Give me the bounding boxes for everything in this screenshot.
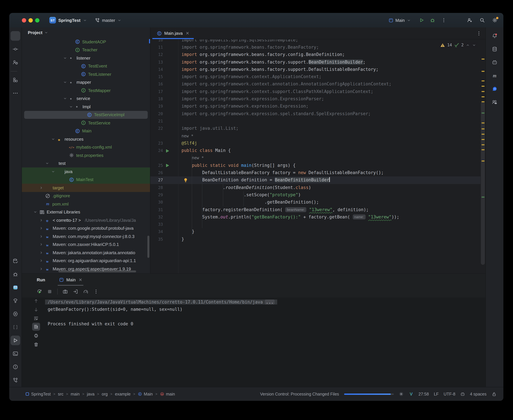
toolwindow-button-version-control[interactable] (11, 375, 20, 385)
jvm-command-line[interactable]: /Users/eve/Library/Java/JavaVirtualMachi… (45, 300, 277, 305)
toolwindow-button-run[interactable] (11, 336, 20, 345)
clear-button[interactable] (32, 341, 40, 349)
project-widget[interactable]: ST SpringTest (49, 13, 87, 28)
toolwindow-button-commit[interactable] (11, 44, 20, 54)
tree-item-gitignore[interactable]: .gitignore (22, 192, 150, 200)
warning-stripe-mark[interactable] (482, 101, 484, 102)
tree-item-test-properties[interactable]: test.properties (22, 151, 150, 159)
thread-dump-button[interactable] (63, 289, 68, 294)
tree-item-service[interactable]: M1.8 12.8V3.6h4.2l1.3 1.7h6.9v7.5zservic… (22, 95, 150, 103)
tree-item-test[interactable]: M1.8 12.8V3.6h4.2l1.3 1.7h6.9v7.5ztest (22, 159, 150, 167)
tree-item-mybatis-config-xml[interactable]: </>mybatis-config.xml (22, 143, 150, 151)
caret-position[interactable]: 27:58 (418, 392, 429, 396)
inlay-hint[interactable]: new * (182, 132, 193, 140)
profiler-button[interactable] (83, 289, 88, 294)
toolwindow-button-ai-assistant[interactable] (490, 58, 499, 67)
breadcrumb-main[interactable]: CMain (138, 392, 153, 396)
tree-item-testserviceimpl[interactable]: CTestServiceImpl (24, 111, 148, 119)
tree-item-main[interactable]: CMain (22, 127, 150, 135)
tree-item-maintest[interactable]: CMainTest (22, 176, 150, 184)
up-stacktrace-button[interactable] (32, 297, 40, 305)
attach-button[interactable] (73, 289, 78, 294)
tree-item-external-libraries[interactable]: External Libraries (22, 208, 150, 216)
toolwindow-button-code-with-me[interactable] (490, 97, 499, 107)
warning-stripe-mark[interactable] (482, 144, 484, 145)
warning-stripe-mark[interactable] (482, 91, 484, 92)
info-stripe-mark[interactable] (482, 112, 484, 113)
tree-item-maven-com-zaxxer-hikaricp-5-0-1[interactable]: M1.8 12.8V3.6h4.2l1.3 1.7h6.9v7.5zMaven:… (22, 240, 150, 248)
more-button[interactable] (93, 289, 99, 294)
warning-stripe-mark[interactable] (482, 139, 484, 140)
print-button[interactable] (32, 332, 40, 340)
inlay-hint[interactable]: new * (192, 154, 204, 162)
toolwindow-button-chat[interactable] (490, 84, 499, 94)
soft-wrap-button[interactable] (32, 315, 40, 322)
info-stripe-mark[interactable] (482, 197, 484, 197)
toolwindow-button-database-changes[interactable] (11, 256, 20, 266)
tree-item-testevent[interactable]: CTestEvent (22, 62, 150, 70)
breadcrumb-main[interactable]: main (71, 392, 80, 396)
toolwindow-button-plugin-mascot[interactable] (11, 283, 20, 292)
tree-item-maven-com-mysql-mysql-connector-j-8-0-3[interactable]: M1.8 12.8V3.6h4.2l1.3 1.7h6.9v7.5zMaven:… (22, 232, 150, 240)
code-editor[interactable]: 10import org.mybatis.spring.SqlSessionTe… (150, 39, 485, 274)
breadcrumb-java[interactable]: java (87, 392, 95, 396)
breadcrumb-springtest[interactable]: SpringTest (25, 392, 51, 396)
inlay-hint-row[interactable]: new * (150, 154, 481, 162)
toolwindow-button-debug[interactable] (11, 270, 20, 279)
encoding[interactable]: UTF-8 (444, 392, 455, 396)
tab-main-java[interactable]: C Main.java ✕ (152, 28, 194, 39)
breadcrumb-main[interactable]: mmain (160, 392, 175, 396)
run-configuration-selector[interactable]: Main (389, 18, 411, 23)
warning-stripe-mark[interactable] (482, 71, 484, 72)
warning-stripe-mark[interactable] (482, 86, 484, 87)
tree-item-testmapper[interactable]: ITestMapper (22, 86, 150, 95)
toolwindow-button-project[interactable]: M1.8 12.8V3.6h4.2l1.3 1.7h6.9v7.5z (11, 31, 20, 41)
warning-stripe-mark[interactable] (482, 134, 484, 135)
toolwindow-button-structure[interactable] (11, 75, 20, 85)
mac-zoom-button[interactable] (35, 18, 39, 22)
rerun-button[interactable] (37, 289, 42, 294)
inlay-hint-row[interactable]: new * (150, 132, 481, 140)
toolwindow-button-notifications[interactable] (490, 31, 499, 41)
tree-item-listener[interactable]: M1.8 12.8V3.6h4.2l1.3 1.7h6.9v7.5zlisten… (22, 54, 150, 62)
tree-item-testlistener[interactable]: CTestListener (22, 70, 150, 78)
stop-button[interactable] (47, 289, 52, 294)
breadcrumb-example[interactable]: example (115, 392, 131, 396)
mac-close-button[interactable] (22, 18, 26, 22)
debug-button[interactable] (430, 18, 435, 23)
tree-item-studentaop[interactable]: CStudentAOP (22, 38, 150, 46)
toolwindow-button-maven[interactable]: m (490, 71, 499, 80)
tree-item-pom-xml[interactable]: mpom.xml (22, 200, 150, 208)
tree-item-testservice[interactable]: ITestService (22, 119, 150, 127)
tree-item-maven-com-google-protobuf-protobuf-java[interactable]: M1.8 12.8V3.6h4.2l1.3 1.7h6.9v7.5zMaven:… (22, 224, 150, 232)
expand-command-button[interactable]: ... (265, 300, 275, 305)
vcs-widget-icon[interactable]: V (408, 391, 413, 397)
toolwindow-button-database[interactable] (490, 44, 499, 54)
toolwindow-button-pull-requests[interactable] (11, 58, 20, 67)
tree-horizontal-scrollbar[interactable] (58, 270, 136, 273)
tree-item-mapper[interactable]: M1.8 12.8V3.6h4.2l1.3 1.7h6.9v7.5zmapper (22, 78, 150, 86)
parameter-hint[interactable]: beanName: (285, 207, 306, 212)
tab-close-icon[interactable]: ✕ (186, 31, 189, 36)
tree-item-maven-jakarta-annotation-jakarta-annotatio[interactable]: M1.8 12.8V3.6h4.2l1.3 1.7h6.9v7.5zMaven:… (22, 248, 150, 257)
tree-item-resources[interactable]: M1.8 12.8V3.6h4.2l1.3 1.7h6.9v7.5zresour… (22, 135, 150, 143)
search-everywhere-button[interactable] (480, 18, 485, 23)
tree-item-java[interactable]: M1.8 12.8V3.6h4.2l1.3 1.7h6.9v7.5zjava (22, 167, 150, 176)
tree-item-maven-org-apiguardian-apiguardian-api-1-1[interactable]: M1.8 12.8V3.6h4.2l1.3 1.7h6.9v7.5zMaven:… (22, 257, 150, 265)
console[interactable]: /Users/eve/Library/Java/JavaVirtualMachi… (22, 298, 485, 387)
tree-item-teacher[interactable]: ITeacher (22, 46, 150, 54)
warning-stripe-mark[interactable] (482, 80, 484, 81)
toolwindow-button-services[interactable] (11, 309, 20, 319)
indent-setting[interactable]: 4 spaces (470, 392, 487, 396)
breadcrumb-org[interactable]: org (102, 392, 108, 396)
down-stacktrace-button[interactable] (32, 306, 40, 314)
toolwindow-button-more-tools[interactable] (11, 88, 20, 98)
error-stripe[interactable] (481, 39, 485, 274)
prev-issue-icon[interactable] (466, 43, 470, 47)
warning-stripe-mark[interactable] (482, 122, 484, 123)
next-issue-icon[interactable] (472, 43, 476, 47)
toolwindow-button-problems[interactable] (11, 362, 20, 372)
tree-vertical-scrollbar[interactable] (147, 236, 149, 258)
inspections-widget[interactable]: 14 2 (439, 42, 478, 48)
breadcrumb-src[interactable]: src (58, 392, 63, 396)
